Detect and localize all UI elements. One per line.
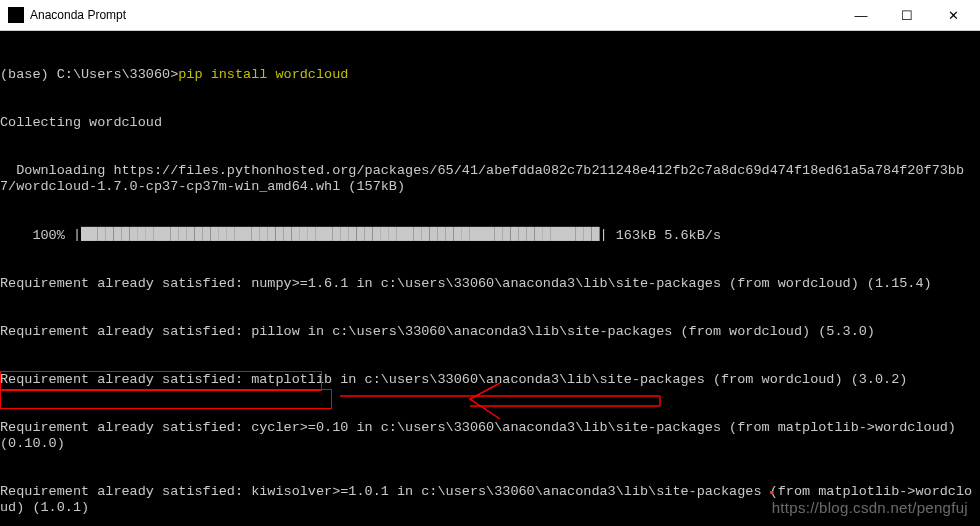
- watermark-text: https://blog.csdn.net/pengfuj: [772, 500, 968, 516]
- window: Anaconda Prompt — ☐ ✕ (base) C:\Users\33…: [0, 0, 980, 526]
- progress-line: 100% |██████████████████████████████████…: [0, 227, 980, 244]
- app-icon: [8, 7, 24, 23]
- progress-pct: 100%: [0, 228, 65, 243]
- output-line: Requirement already satisfied: matplotli…: [0, 372, 980, 388]
- output-line: Downloading https://files.pythonhosted.o…: [0, 163, 980, 195]
- terminal-area[interactable]: (base) C:\Users\33060>pip install wordcl…: [0, 31, 980, 526]
- prompt-line: (base) C:\Users\33060>pip install wordcl…: [0, 67, 980, 83]
- prompt: (base) C:\Users\33060>: [0, 67, 178, 82]
- titlebar[interactable]: Anaconda Prompt — ☐ ✕: [0, 0, 980, 31]
- output-line: Requirement already satisfied: numpy>=1.…: [0, 276, 980, 292]
- command-text: pip install wordcloud: [178, 67, 348, 82]
- annotation-dot-icon: [770, 491, 773, 494]
- output-line: Requirement already satisfied: pillow in…: [0, 324, 980, 340]
- highlight-box: [0, 389, 332, 409]
- output-line: Collecting wordcloud: [0, 115, 980, 131]
- progress-bar: |███████████████████████████████████████…: [73, 227, 608, 243]
- window-title: Anaconda Prompt: [30, 8, 838, 22]
- progress-tail: 163kB 5.6kB/s: [608, 228, 721, 243]
- minimize-button[interactable]: —: [838, 0, 884, 30]
- window-controls: — ☐ ✕: [838, 0, 976, 30]
- maximize-button[interactable]: ☐: [884, 0, 930, 30]
- output-line: Requirement already satisfied: cycler>=0…: [0, 420, 980, 452]
- close-button[interactable]: ✕: [930, 0, 976, 30]
